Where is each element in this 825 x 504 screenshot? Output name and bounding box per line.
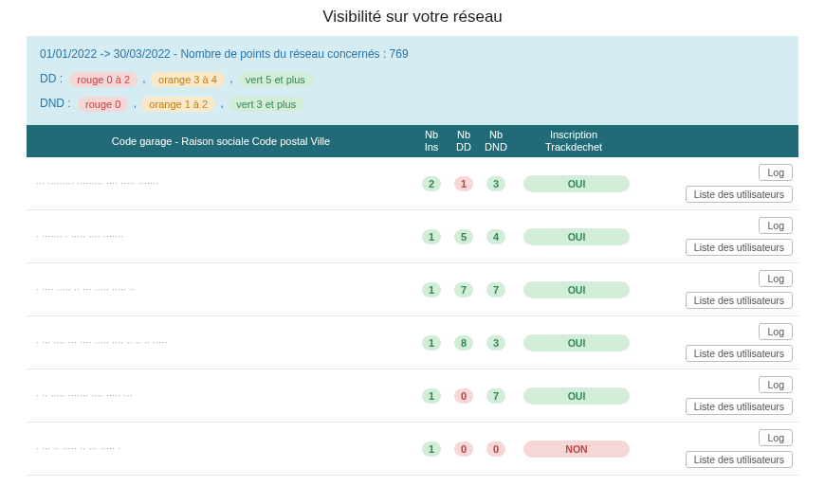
pill-dnd: 7	[486, 388, 505, 404]
dd-legend-red: rouge 0 à 2	[69, 72, 138, 87]
users-list-button[interactable]: Liste des utilisateurs	[686, 292, 793, 309]
sep: ,	[229, 72, 232, 85]
th-name: Code garage - Raison sociale Code postal…	[27, 125, 415, 157]
th-inscription: InscriptionTrackdechet	[512, 125, 635, 157]
pill-dd: 1	[454, 176, 473, 191]
inscription-pill: OUI	[523, 334, 630, 351]
table-row: · ··· ···· ··· ···· ····· ···· ·· ·· ·· …	[27, 316, 798, 369]
dd-label: DD :	[40, 72, 63, 85]
users-list-button[interactable]: Liste des utilisateurs	[686, 239, 793, 256]
page-title: Visibilité sur votre réseau	[0, 0, 825, 30]
nb-dnd: 3	[480, 157, 512, 210]
nb-dd: 0	[448, 369, 480, 423]
pill-ins: 1	[422, 441, 441, 457]
users-list-button[interactable]: Liste des utilisateurs	[686, 186, 793, 203]
sep: ,	[220, 97, 223, 110]
actions-cell: LogListe des utilisateurs	[635, 316, 798, 369]
pill-dnd: 3	[486, 176, 505, 191]
table-row: · ···· ····· ·· ··· ····· ····· ··177OUI…	[27, 263, 798, 316]
dnd-legend-orange: orange 1 à 2	[141, 97, 215, 112]
inscription-pill: OUI	[523, 228, 630, 245]
inscription-cell: OUI	[512, 369, 635, 423]
log-button[interactable]: Log	[759, 376, 793, 393]
pill-dnd: 4	[486, 229, 505, 244]
th-ins: NbIns	[415, 125, 448, 157]
th-dd: NbDD	[448, 125, 480, 157]
nb-ins: 1	[415, 210, 448, 263]
garage-name: · ···· ····· ·· ··· ····· ····· ··	[27, 263, 415, 316]
inscription-cell: OUI	[512, 316, 635, 369]
garage-name: · ······· · ····· ···· ·······	[27, 210, 415, 263]
pill-dd: 0	[454, 441, 473, 457]
nb-ins: 1	[415, 263, 448, 316]
nb-dnd: 7	[480, 369, 512, 423]
table-header-row: Code garage - Raison sociale Code postal…	[27, 125, 798, 157]
garage-name: ··· ········· ········· ···· ····· ·····…	[27, 157, 415, 210]
dd-legend-green: vert 5 et plus	[238, 72, 313, 87]
table-row: · ··· ·· ····· ·· ··· ····· ·100NONLogLi…	[27, 423, 798, 476]
th-actions	[635, 125, 798, 157]
info-box: 01/01/2022 -> 30/03/2022 - Nombre de poi…	[27, 36, 798, 125]
pill-ins: 2	[422, 176, 441, 191]
table-row: · ······· · ····· ···· ·······154OUILogL…	[27, 210, 798, 263]
sep: ,	[134, 97, 137, 110]
pill-dd: 7	[454, 282, 473, 297]
pill-ins: 1	[422, 229, 441, 244]
nb-dd: 1	[448, 157, 480, 210]
log-button[interactable]: Log	[759, 164, 793, 181]
nb-dnd: 7	[480, 263, 512, 316]
users-list-button[interactable]: Liste des utilisateurs	[686, 398, 793, 415]
nb-dd: 7	[448, 263, 480, 316]
pill-dnd: 0	[486, 441, 505, 457]
garage-name: · ·· ····· ······· ···· ····· ···	[27, 369, 415, 423]
nb-dnd: 3	[480, 316, 512, 369]
network-table: Code garage - Raison sociale Code postal…	[27, 125, 798, 476]
inscription-pill: OUI	[523, 281, 630, 298]
nb-dd: 0	[448, 423, 480, 476]
garage-name: · ··· ···· ··· ···· ····· ···· ·· ·· ·· …	[27, 316, 415, 369]
dnd-legend: DND : rouge 0 , orange 1 à 2 , vert 3 et…	[40, 97, 785, 112]
dnd-legend-red: rouge 0	[78, 97, 128, 112]
pill-ins: 1	[422, 388, 441, 404]
nb-ins: 1	[415, 423, 448, 476]
log-button[interactable]: Log	[759, 323, 793, 340]
dnd-legend-green: vert 3 et plus	[229, 97, 303, 112]
pill-dnd: 7	[486, 282, 505, 297]
pill-dd: 5	[454, 229, 473, 244]
log-button[interactable]: Log	[759, 270, 793, 287]
log-button[interactable]: Log	[759, 217, 793, 234]
nb-dnd: 4	[480, 210, 512, 263]
pill-dd: 8	[454, 335, 473, 351]
table-row: · ·· ····· ······· ···· ····· ···107OUIL…	[27, 369, 798, 423]
period-line: 01/01/2022 -> 30/03/2022 - Nombre de poi…	[40, 47, 785, 61]
sep: ,	[142, 72, 145, 85]
nb-ins: 1	[415, 316, 448, 369]
users-list-button[interactable]: Liste des utilisateurs	[686, 345, 793, 362]
actions-cell: LogListe des utilisateurs	[635, 263, 798, 316]
pill-dd: 0	[454, 388, 473, 404]
nb-ins: 1	[415, 369, 448, 423]
nb-dd: 8	[448, 316, 480, 369]
nb-dd: 5	[448, 210, 480, 263]
actions-cell: LogListe des utilisateurs	[635, 210, 798, 263]
pill-dnd: 3	[486, 335, 505, 351]
nb-ins: 2	[415, 157, 448, 210]
inscription-cell: OUI	[512, 157, 635, 210]
pill-ins: 1	[422, 282, 441, 297]
inscription-pill: OUI	[523, 175, 630, 192]
inscription-cell: OUI	[512, 263, 635, 316]
nb-dnd: 0	[480, 423, 512, 476]
users-list-button[interactable]: Liste des utilisateurs	[686, 451, 793, 468]
actions-cell: LogListe des utilisateurs	[635, 369, 798, 423]
inscription-pill: NON	[523, 441, 630, 458]
garage-name: · ··· ·· ····· ·· ··· ····· ·	[27, 423, 415, 476]
log-button[interactable]: Log	[759, 429, 793, 446]
actions-cell: LogListe des utilisateurs	[635, 157, 798, 210]
th-dnd: NbDND	[480, 125, 512, 157]
inscription-pill: OUI	[523, 387, 630, 405]
dnd-label: DND :	[40, 97, 71, 110]
inscription-cell: OUI	[512, 210, 635, 263]
table-row: ··· ········· ········· ···· ····· ·····…	[27, 157, 798, 210]
dd-legend: DD : rouge 0 à 2 , orange 3 à 4 , vert 5…	[40, 72, 785, 87]
actions-cell: LogListe des utilisateurs	[635, 423, 798, 476]
